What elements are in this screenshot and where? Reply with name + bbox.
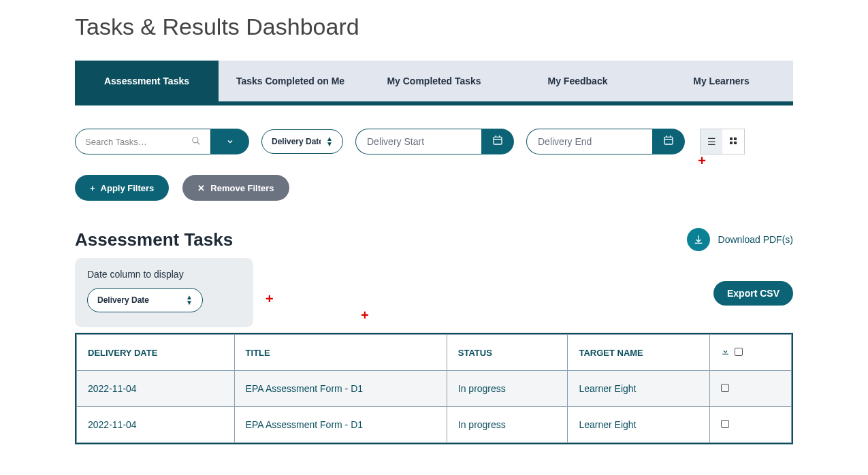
- cell-select: [709, 371, 791, 407]
- cell-title[interactable]: EPA Assessment Form - D1: [234, 407, 447, 443]
- date-field-select[interactable]: Delivery Date ▲▼: [261, 129, 343, 154]
- cell-title[interactable]: EPA Assessment Form - D1: [234, 371, 447, 407]
- svg-rect-13: [734, 142, 737, 144]
- search-scope-dropdown[interactable]: [211, 129, 249, 154]
- delivery-end-calendar-button[interactable]: [652, 129, 685, 154]
- delivery-end-placeholder: Delivery End: [538, 136, 592, 147]
- svg-rect-12: [730, 142, 733, 144]
- calendar-icon: [663, 135, 674, 148]
- cell-delivery-date: 2022-11-04: [77, 371, 235, 407]
- col-delivery-date[interactable]: DELIVERY DATE: [77, 335, 235, 371]
- spinner-icon: ▲▼: [186, 295, 193, 306]
- delivery-start-input[interactable]: Delivery Start: [355, 129, 481, 154]
- annotation-marker: +: [266, 291, 274, 307]
- date-column-label: Date column to display: [87, 269, 236, 280]
- cell-target: Learner Eight: [568, 371, 709, 407]
- download-circle-icon: [687, 228, 710, 251]
- table-header-row: DELIVERY DATE TITLE STATUS TARGET NAME: [77, 335, 792, 371]
- annotation-marker: +: [361, 308, 369, 323]
- apply-filters-button[interactable]: + Apply Filters: [75, 175, 169, 201]
- export-csv-button[interactable]: Export CSV: [713, 281, 793, 306]
- date-column-value: Delivery Date: [97, 295, 149, 305]
- page-title: Tasks & Results Dashboard: [75, 14, 793, 40]
- date-field-select-label: Delivery Date: [272, 137, 321, 146]
- view-toggle: ☰: [700, 129, 745, 154]
- tab-assessment-tasks[interactable]: Assessment Tasks: [75, 61, 219, 101]
- col-title[interactable]: TITLE: [234, 335, 447, 371]
- remove-filters-button[interactable]: ✕ Remove Filters: [182, 175, 289, 201]
- cell-status: In progress: [447, 407, 568, 443]
- section-header-row: Assessment Tasks Download PDF(s): [75, 228, 793, 251]
- svg-line-1: [197, 142, 200, 144]
- section-title: Assessment Tasks: [75, 229, 233, 250]
- tabs-bar: Assessment Tasks Tasks Completed on Me M…: [75, 61, 793, 105]
- svg-rect-10: [730, 137, 733, 140]
- calendar-icon: [492, 135, 503, 148]
- svg-rect-14: [722, 354, 728, 355]
- date-column-select[interactable]: Delivery Date ▲▼: [87, 288, 203, 312]
- cell-target: Learner Eight: [568, 407, 709, 443]
- select-all-checkbox[interactable]: [735, 348, 743, 356]
- download-icon: [721, 348, 733, 358]
- annotation-marker: +: [698, 153, 706, 169]
- close-icon: ✕: [197, 183, 205, 193]
- cell-status: In progress: [447, 371, 568, 407]
- tab-my-learners[interactable]: My Learners: [649, 61, 793, 101]
- delivery-start-combo: Delivery Start: [355, 129, 514, 154]
- grid-icon: [729, 136, 737, 147]
- plus-icon: +: [90, 183, 95, 193]
- tasks-table: DELIVERY DATE TITLE STATUS TARGET NAME 2…: [76, 334, 792, 443]
- delivery-start-placeholder: Delivery Start: [367, 136, 424, 147]
- svg-rect-2: [494, 137, 502, 144]
- cell-delivery-date: 2022-11-04: [77, 407, 235, 443]
- remove-filters-label: Remove Filters: [210, 183, 274, 193]
- delivery-end-combo: Delivery End: [526, 129, 685, 154]
- download-pdfs-button[interactable]: Download PDF(s): [687, 228, 793, 251]
- tab-my-feedback[interactable]: My Feedback: [506, 61, 649, 101]
- date-column-selector-box: Date column to display Delivery Date ▲▼: [75, 258, 253, 327]
- list-view-button[interactable]: ☰: [701, 129, 722, 154]
- search-combo: Search Tasks…: [75, 129, 249, 154]
- apply-filters-label: Apply Filters: [101, 183, 155, 193]
- svg-rect-6: [664, 137, 673, 144]
- svg-rect-11: [734, 137, 737, 140]
- svg-point-0: [193, 137, 198, 142]
- search-icon: [191, 136, 201, 148]
- col-status[interactable]: STATUS: [447, 335, 568, 371]
- cell-select: [709, 407, 791, 443]
- row-checkbox[interactable]: [721, 420, 729, 428]
- delivery-start-calendar-button[interactable]: [481, 129, 514, 154]
- search-input[interactable]: Search Tasks…: [75, 129, 211, 154]
- filters-row: Search Tasks… Delivery Date ▲▼ Delivery …: [75, 129, 793, 154]
- table-row: 2022-11-04 EPA Assessment Form - D1 In p…: [77, 407, 792, 443]
- action-row: + Apply Filters ✕ Remove Filters: [75, 175, 793, 201]
- spinner-icon: ▲▼: [326, 136, 333, 147]
- tasks-table-wrap: DELIVERY DATE TITLE STATUS TARGET NAME 2…: [75, 333, 793, 444]
- search-placeholder: Search Tasks…: [85, 137, 191, 147]
- tab-tasks-completed-on-me[interactable]: Tasks Completed on Me: [219, 61, 362, 101]
- download-pdfs-label: Download PDF(s): [718, 234, 793, 245]
- col-download-select: [709, 335, 791, 371]
- table-row: 2022-11-04 EPA Assessment Form - D1 In p…: [77, 371, 792, 407]
- col-target-name[interactable]: TARGET NAME: [568, 335, 709, 371]
- tab-my-completed-tasks[interactable]: My Completed Tasks: [362, 61, 506, 101]
- grid-view-button[interactable]: [722, 129, 744, 154]
- delivery-end-input[interactable]: Delivery End: [526, 129, 652, 154]
- list-icon: ☰: [707, 136, 716, 147]
- row-checkbox[interactable]: [721, 384, 729, 392]
